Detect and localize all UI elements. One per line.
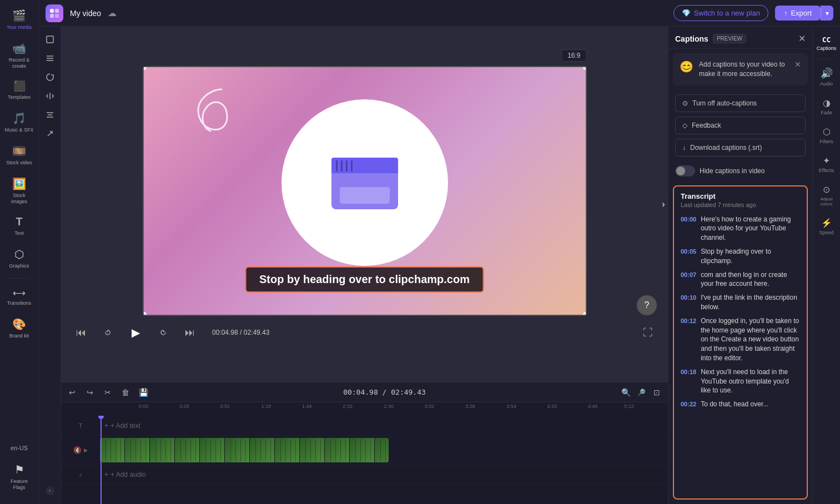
corner-handle-br[interactable] bbox=[583, 312, 587, 316]
right-sidebar-item-fade[interactable]: ◑ Fade bbox=[814, 93, 839, 120]
text-track-label: T bbox=[61, 422, 100, 429]
download-captions-button[interactable]: ↓ Download captions (.srt) bbox=[675, 139, 806, 157]
transcript-text: Next you'll need to load in the YouTube … bbox=[701, 367, 800, 395]
sidebar-item-transitions[interactable]: ⟷ Transitions bbox=[2, 283, 37, 311]
zoom-out-button[interactable]: 🔍 bbox=[619, 386, 632, 399]
right-sidebar-item-speed[interactable]: ⚡ Speed bbox=[814, 213, 839, 240]
mute-video-button[interactable]: 🔇 bbox=[73, 446, 82, 454]
right-sidebar-item-effects[interactable]: ✦ Effects bbox=[814, 151, 839, 178]
arrow-tool-button[interactable] bbox=[42, 125, 58, 142]
aspect-ratio-badge[interactable]: 16:9 bbox=[561, 49, 586, 62]
main-area: My video ☁ 💎 Switch to a new plan ↑ Expo… bbox=[39, 0, 840, 504]
download-label: Download captions (.srt) bbox=[690, 144, 762, 152]
sidebar-item-stock-video[interactable]: 🎞️ Stock video bbox=[2, 140, 37, 170]
clip-9[interactable] bbox=[325, 438, 350, 462]
panel-collapse-button[interactable]: › bbox=[659, 193, 668, 215]
right-sidebar-item-adjust-colors[interactable]: ⊙ Adjust colors bbox=[814, 180, 839, 211]
clip-8[interactable] bbox=[300, 438, 325, 462]
transcript-entry[interactable]: 00:18 Next you'll need to load in the Yo… bbox=[681, 367, 800, 395]
add-text-button[interactable]: + + Add text bbox=[100, 420, 145, 432]
add-audio-button[interactable]: + + Add audio bbox=[100, 468, 150, 481]
sidebar-item-stock-images[interactable]: 🖼️ Stock images bbox=[2, 173, 37, 209]
skip-back-button[interactable]: ⏮ bbox=[72, 324, 90, 341]
transcript-entry[interactable]: 00:07 com and then log in or create your… bbox=[681, 270, 800, 289]
clip-3[interactable] bbox=[175, 438, 200, 462]
clip-0[interactable] bbox=[100, 438, 125, 462]
clip-1[interactable] bbox=[125, 438, 150, 462]
help-button[interactable]: ? bbox=[637, 295, 657, 315]
sidebar-item-brand-kit[interactable]: 🎨 Brand kit bbox=[2, 313, 37, 344]
flip-tool-button[interactable] bbox=[42, 88, 58, 104]
export-dropdown-button[interactable]: ▾ bbox=[821, 6, 833, 21]
video-track-label: ▶ bbox=[84, 447, 88, 453]
transcript-entry[interactable]: 00:22 To do that, head over... bbox=[681, 400, 800, 409]
export-button[interactable]: ↑ Export bbox=[775, 6, 821, 21]
play-button[interactable]: ▶ bbox=[125, 322, 145, 342]
trim-tool-button[interactable] bbox=[42, 50, 58, 67]
captions-emoji: 😊 bbox=[680, 60, 693, 73]
sidebar-item-feature-flags[interactable]: ⚑ Feature Flags bbox=[2, 458, 37, 495]
clip-6[interactable] bbox=[250, 438, 275, 462]
right-sidebar-item-captions[interactable]: CC Captions bbox=[814, 31, 839, 56]
crop-tool-button[interactable] bbox=[42, 31, 58, 48]
sidebar-item-language[interactable]: en-US bbox=[2, 440, 37, 456]
sidebar-item-templates[interactable]: ⬛ Templates bbox=[2, 75, 37, 105]
sidebar-item-your-media[interactable]: 🎬 Your media bbox=[2, 4, 37, 35]
switch-plan-button[interactable]: 💎 Switch to a new plan bbox=[673, 5, 768, 21]
clip-7[interactable] bbox=[275, 438, 300, 462]
corner-handle-bl[interactable] bbox=[143, 312, 147, 316]
svg-rect-4 bbox=[47, 36, 53, 43]
skip-forward-button[interactable]: ⏭ bbox=[181, 324, 199, 341]
transcript-text: Once logged in, you'll be taken to the h… bbox=[701, 316, 800, 363]
turn-off-captions-button[interactable]: ⊙ Turn off auto-captions bbox=[675, 94, 806, 112]
hide-captions-toggle[interactable] bbox=[675, 165, 695, 177]
clip-2[interactable] bbox=[150, 438, 175, 462]
clip-5[interactable] bbox=[225, 438, 250, 462]
feedback-button[interactable]: ◇ Feedback bbox=[675, 117, 806, 134]
sidebar-divider bbox=[8, 278, 31, 279]
video-circle bbox=[281, 99, 448, 266]
redo-button[interactable]: ↪ bbox=[83, 386, 97, 399]
transcript-content[interactable]: 00:00 Here's how to create a gaming outr… bbox=[674, 210, 807, 498]
tools-expand-button[interactable]: › bbox=[46, 486, 54, 495]
corner-handle-tl[interactable] bbox=[143, 66, 147, 70]
video-canvas: Stop by heading over to clipchamp.com bbox=[143, 66, 587, 316]
svg-rect-3 bbox=[55, 14, 59, 18]
sidebar-item-text[interactable]: T Text bbox=[2, 211, 37, 241]
cut-button[interactable]: ✂ bbox=[101, 386, 114, 399]
playhead[interactable] bbox=[100, 416, 102, 504]
right-sidebar-item-audio[interactable]: 🔊 Audio bbox=[814, 63, 839, 91]
speed-icon: ⚡ bbox=[821, 218, 832, 228]
transcript-entry[interactable]: 00:12 Once logged in, you'll be taken to… bbox=[681, 316, 800, 363]
captions-close-button[interactable]: ✕ bbox=[798, 33, 806, 44]
transcript-entry[interactable]: 00:05 Stop by heading over to clipchamp. bbox=[681, 247, 800, 266]
fullscreen-button[interactable]: ⛶ bbox=[639, 324, 657, 341]
music-icon: 🎵 bbox=[12, 112, 26, 125]
sidebar-item-graphics[interactable]: ⬡ Graphics bbox=[2, 243, 37, 274]
corner-handle-tr[interactable] bbox=[583, 66, 587, 70]
fast-forward-button[interactable] bbox=[154, 324, 172, 341]
save-to-media-button[interactable]: 💾 bbox=[137, 386, 150, 399]
graphics-icon: ⬡ bbox=[14, 248, 24, 261]
timeline-area: ↩ ↪ ✂ 🗑 💾 00:04.98 / 02:49.43 🔍 🔎 ⊡ bbox=[61, 382, 668, 504]
hide-captions-row: Hide captions in video bbox=[668, 161, 812, 181]
transitions-icon: ⟷ bbox=[13, 288, 26, 298]
transcript-entry[interactable]: 00:10 I've put the link in the descripti… bbox=[681, 293, 800, 312]
clip-10[interactable] bbox=[350, 438, 375, 462]
rewind-button[interactable] bbox=[99, 324, 117, 341]
fit-to-window-button[interactable]: ⊡ bbox=[650, 386, 663, 399]
clip-11[interactable] bbox=[375, 438, 389, 462]
align-tool-button[interactable] bbox=[42, 107, 58, 123]
transcript-entry[interactable]: 00:00 Here's how to create a gaming outr… bbox=[681, 215, 800, 243]
delete-button[interactable]: 🗑 bbox=[119, 386, 132, 399]
rotate-tool-button[interactable] bbox=[42, 69, 58, 85]
sidebar-item-record-create[interactable]: 📹 Record & create bbox=[2, 37, 37, 74]
undo-button[interactable]: ↩ bbox=[66, 386, 79, 399]
right-sidebar-item-filters[interactable]: ⬡ Filters bbox=[814, 122, 839, 149]
captions-info-close-button[interactable]: ✕ bbox=[794, 60, 801, 69]
zoom-in-button[interactable]: 🔎 bbox=[635, 386, 648, 399]
clip-4[interactable] bbox=[200, 438, 225, 462]
cloud-save-icon[interactable]: ☁ bbox=[108, 8, 117, 18]
sidebar-item-music-sfx[interactable]: 🎵 Music & SFX bbox=[2, 107, 37, 138]
text-track-content: + + Add text bbox=[100, 416, 668, 435]
